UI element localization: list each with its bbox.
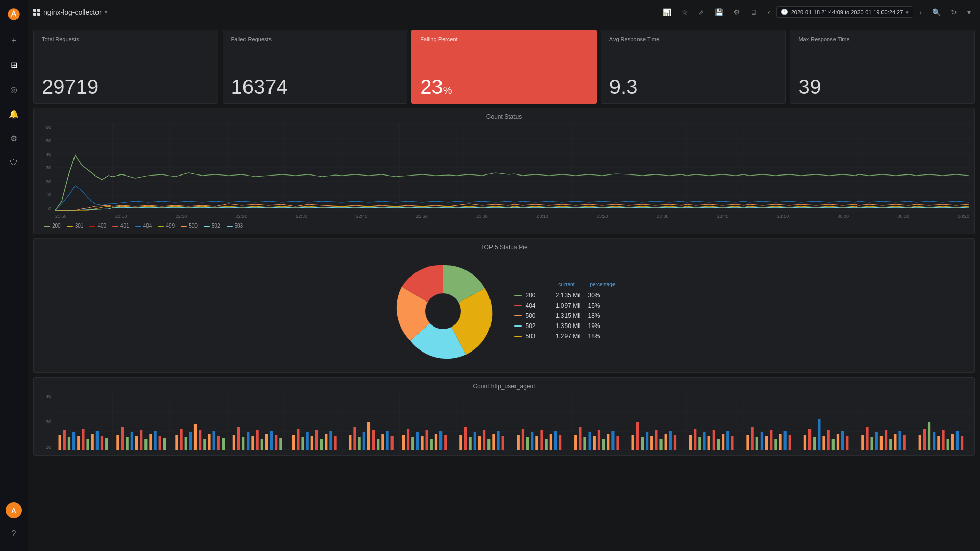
svg-rect-131 — [535, 436, 538, 450]
pie-legend: current percentage 200 2.135 Mil 30% 404… — [514, 282, 617, 341]
svg-rect-85 — [275, 435, 277, 450]
svg-rect-76 — [233, 435, 235, 450]
svg-rect-87 — [292, 435, 295, 450]
svg-rect-100 — [363, 432, 365, 450]
svg-rect-99 — [358, 437, 361, 450]
svg-rect-70 — [199, 430, 201, 450]
svg-rect-115 — [439, 431, 442, 450]
sidebar-compass-icon[interactable]: ◎ — [4, 79, 24, 99]
sidebar-help-icon[interactable]: ? — [4, 523, 24, 544]
svg-rect-53 — [105, 438, 108, 450]
failed-requests-value: 16374 — [231, 77, 399, 97]
failing-percent-value: 23% — [420, 77, 588, 97]
svg-rect-168 — [751, 427, 754, 450]
bar-chart-svg — [55, 394, 969, 450]
monitor-button[interactable]: 🖥 — [746, 6, 762, 18]
refresh-button[interactable]: ↻ — [947, 6, 961, 18]
svg-rect-94 — [325, 434, 327, 450]
settings-button[interactable]: ⚙ — [729, 6, 744, 18]
svg-rect-47 — [77, 436, 80, 450]
svg-rect-116 — [444, 435, 447, 450]
svg-rect-202 — [942, 430, 944, 450]
svg-rect-194 — [894, 434, 896, 450]
dropdown-arrow[interactable]: ▾ — [105, 9, 107, 15]
pie-svg — [392, 260, 494, 362]
star-button[interactable]: ☆ — [677, 6, 692, 18]
svg-rect-173 — [774, 439, 777, 450]
svg-rect-121 — [478, 436, 481, 450]
avg-response-label: Avg Response Time — [609, 36, 777, 42]
svg-rect-142 — [598, 430, 600, 450]
svg-rect-159 — [698, 437, 701, 450]
svg-rect-91 — [311, 436, 313, 450]
svg-rect-155 — [669, 431, 672, 450]
svg-rect-137 — [574, 435, 577, 450]
next-button[interactable]: › — [915, 6, 926, 18]
save-button[interactable]: 💾 — [710, 6, 727, 18]
svg-rect-132 — [540, 430, 543, 450]
svg-rect-188 — [866, 427, 868, 450]
svg-rect-108 — [407, 429, 409, 450]
svg-rect-145 — [611, 431, 614, 450]
svg-rect-146 — [616, 436, 619, 450]
svg-rect-77 — [237, 427, 240, 450]
svg-rect-43 — [59, 435, 61, 450]
svg-rect-66 — [180, 429, 182, 450]
svg-rect-140 — [589, 432, 591, 450]
more-button[interactable]: ▾ — [963, 6, 975, 18]
sidebar-add-icon[interactable]: ＋ — [4, 30, 24, 51]
time-range-picker[interactable]: 🕐 2020-01-18 21:44:09 to 2020-01-19 00:2… — [776, 6, 914, 18]
svg-rect-75 — [222, 438, 225, 450]
avg-response-card: Avg Response Time 9.3 — [601, 30, 786, 104]
svg-rect-205 — [956, 431, 959, 450]
svg-rect-81 — [256, 430, 258, 450]
svg-rect-51 — [96, 431, 99, 450]
svg-rect-58 — [135, 436, 138, 450]
app-logo[interactable] — [0, 0, 28, 28]
sidebar-grid-icon[interactable]: ⊞ — [4, 55, 24, 75]
sidebar-cog-icon[interactable]: ⚙ — [4, 128, 24, 148]
svg-rect-86 — [279, 438, 282, 450]
svg-rect-201 — [937, 436, 940, 450]
svg-rect-154 — [665, 434, 667, 450]
svg-rect-195 — [898, 431, 901, 450]
svg-rect-198 — [923, 429, 926, 450]
svg-rect-103 — [377, 439, 379, 450]
user-avatar[interactable]: A — [6, 502, 22, 518]
svg-rect-139 — [583, 437, 586, 450]
svg-rect-88 — [297, 429, 299, 450]
svg-rect-72 — [208, 434, 210, 450]
svg-rect-149 — [641, 437, 644, 450]
svg-rect-157 — [689, 435, 692, 450]
clock-icon: 🕐 — [781, 9, 788, 15]
svg-rect-187 — [861, 435, 864, 450]
zoom-out-button[interactable]: 🔍 — [928, 6, 945, 18]
pie-legend-row-502: 502 1.350 Mil 19% — [514, 321, 617, 331]
svg-rect-162 — [713, 430, 715, 450]
legend-499: 499 — [158, 223, 175, 229]
count-status-x-axis: 21:5022:0022:1022:2022:3022:40 22:5023:0… — [39, 213, 969, 219]
count-status-title: Count Status — [39, 113, 969, 120]
svg-rect-64 — [163, 438, 166, 450]
svg-rect-174 — [779, 434, 781, 450]
svg-rect-151 — [650, 436, 653, 450]
share-button[interactable]: ⇗ — [694, 6, 708, 18]
dashboard-icon — [33, 9, 40, 16]
svg-rect-68 — [189, 432, 192, 450]
svg-rect-189 — [871, 437, 873, 450]
svg-rect-182 — [827, 430, 830, 450]
svg-rect-200 — [933, 432, 935, 450]
svg-rect-93 — [320, 439, 323, 450]
prev-button[interactable]: ‹ — [764, 6, 774, 18]
chart-type-button[interactable]: 📊 — [658, 6, 675, 18]
svg-rect-184 — [837, 434, 839, 450]
sidebar-bell-icon[interactable]: 🔔 — [4, 104, 24, 124]
svg-rect-190 — [875, 432, 878, 450]
sidebar-shield-icon[interactable]: 🛡 — [4, 153, 24, 173]
svg-rect-117 — [459, 435, 462, 450]
svg-rect-167 — [746, 435, 749, 450]
legend-400: 400 — [89, 223, 106, 229]
count-status-svg — [55, 124, 969, 211]
svg-rect-118 — [464, 427, 467, 450]
svg-rect-113 — [430, 439, 433, 450]
